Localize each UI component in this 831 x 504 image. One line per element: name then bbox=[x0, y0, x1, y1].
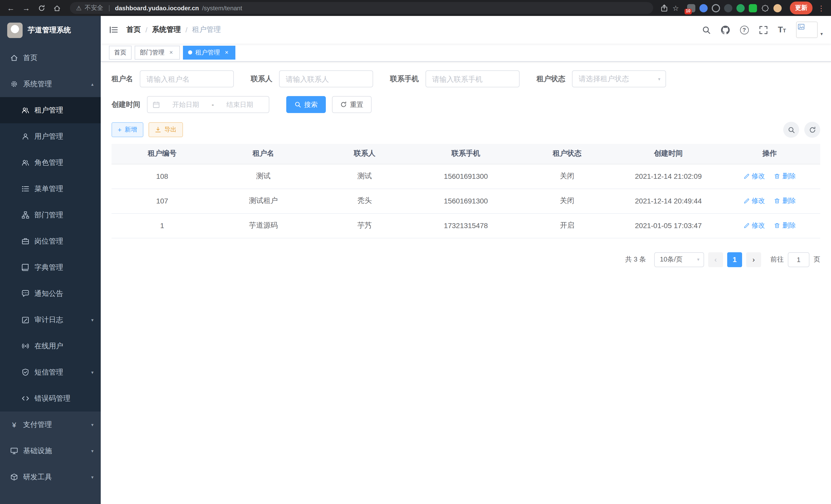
tenant-status-select[interactable]: 请选择租户状态 ▾ bbox=[572, 70, 666, 87]
mobile-input[interactable] bbox=[426, 70, 520, 87]
font-size-icon[interactable]: TT bbox=[778, 26, 786, 34]
delete-link[interactable]: 删除 bbox=[774, 221, 796, 230]
toggle-search-button[interactable] bbox=[783, 122, 799, 138]
gear-icon bbox=[10, 80, 18, 88]
browser-update-button[interactable]: 更新 bbox=[790, 2, 812, 14]
home-icon bbox=[10, 54, 18, 62]
sidebar-item-menu[interactable]: 菜单管理 bbox=[0, 176, 101, 202]
goto-page-input[interactable] bbox=[788, 252, 809, 267]
menu-label: 短信管理 bbox=[34, 367, 63, 377]
page-size-select[interactable]: 10条/页 ▾ bbox=[654, 252, 704, 267]
search-button[interactable]: 搜索 bbox=[286, 96, 326, 113]
refresh-icon bbox=[340, 101, 347, 108]
breadcrumb-home[interactable]: 首页 bbox=[126, 25, 141, 34]
sidebar-item-error-code[interactable]: 错误码管理 bbox=[0, 385, 101, 412]
reload-icon[interactable] bbox=[36, 2, 47, 13]
edit-link[interactable]: 修改 bbox=[743, 196, 765, 206]
browser-home-icon[interactable] bbox=[51, 2, 63, 13]
avatar[interactable] bbox=[796, 22, 818, 38]
share-icon[interactable] bbox=[661, 4, 668, 12]
mobile-label: 联系手机 bbox=[390, 74, 419, 84]
contact-label: 联系人 bbox=[251, 74, 273, 84]
active-tab-dot-icon bbox=[188, 50, 192, 55]
edit-label: 修改 bbox=[752, 221, 765, 230]
refresh-table-button[interactable] bbox=[804, 122, 820, 138]
menu-label: 部门管理 bbox=[34, 210, 63, 219]
back-icon[interactable]: ← bbox=[5, 2, 17, 13]
sidebar-item-dept[interactable]: 部门管理 bbox=[0, 202, 101, 228]
edit-link[interactable]: 修改 bbox=[743, 172, 765, 181]
menu-label: 支付管理 bbox=[23, 420, 52, 429]
tab-label: 租户管理 bbox=[195, 48, 220, 57]
sidebar-item-notice[interactable]: 通知公告 bbox=[0, 280, 101, 307]
avatar-dropdown[interactable]: ▾ bbox=[796, 22, 823, 38]
reset-button-label: 重置 bbox=[350, 100, 363, 109]
extension-icon-green-square[interactable] bbox=[749, 4, 757, 12]
export-button[interactable]: 导出 bbox=[148, 122, 183, 137]
delete-link[interactable]: 删除 bbox=[774, 172, 796, 181]
fullscreen-icon[interactable] bbox=[759, 25, 768, 34]
col-tenant-name: 租户名 bbox=[213, 144, 314, 164]
close-icon[interactable]: × bbox=[168, 49, 175, 56]
extension-icon-dark[interactable] bbox=[724, 4, 732, 12]
extension-icon-blue[interactable] bbox=[699, 4, 708, 12]
security-warning-icon[interactable]: ⚠ bbox=[76, 4, 82, 11]
tab-tenant[interactable]: 租户管理 × bbox=[183, 46, 235, 59]
sidebar-menu: 首页 系统管理 ▴ 租户管理 用户管理 bbox=[0, 45, 101, 504]
delete-link[interactable]: 删除 bbox=[774, 196, 796, 206]
profile-avatar-icon[interactable] bbox=[773, 4, 782, 12]
extensions-puzzle-icon[interactable] bbox=[761, 4, 769, 12]
tenant-name-input[interactable] bbox=[140, 70, 234, 87]
sidebar-item-user[interactable]: 用户管理 bbox=[0, 123, 101, 149]
close-icon[interactable]: × bbox=[223, 49, 230, 56]
menu-label: 在线用户 bbox=[34, 342, 63, 351]
edit-link[interactable]: 修改 bbox=[743, 221, 765, 230]
trash-icon bbox=[774, 173, 780, 179]
search-icon[interactable] bbox=[702, 25, 711, 34]
forward-icon[interactable]: → bbox=[21, 2, 32, 13]
tenant-table: 租户编号 租户名 联系人 联系手机 租户状态 创建时间 操作 108 测试 bbox=[112, 144, 820, 238]
contact-input[interactable] bbox=[279, 70, 373, 87]
extension-icon-green-circle[interactable] bbox=[737, 4, 745, 12]
calendar-icon bbox=[153, 101, 160, 108]
tab-dept[interactable]: 部门管理 × bbox=[135, 46, 180, 59]
main-area: 首页 / 系统管理 / 租户管理 ? TT ▾ bbox=[101, 16, 831, 504]
sidebar-toggle-icon[interactable] bbox=[109, 25, 118, 34]
tab-home[interactable]: 首页 bbox=[109, 46, 132, 59]
browser-menu-icon[interactable]: ⋮ bbox=[816, 4, 826, 12]
filter-mobile: 联系手机 bbox=[390, 70, 520, 87]
sidebar-item-audit-log[interactable]: 审计日志 ▾ bbox=[0, 307, 101, 333]
sidebar-item-post[interactable]: 岗位管理 bbox=[0, 228, 101, 254]
sidebar-item-dict[interactable]: 字典管理 bbox=[0, 254, 101, 280]
sidebar-item-home[interactable]: 首页 bbox=[0, 45, 101, 71]
sidebar-item-system[interactable]: 系统管理 ▴ bbox=[0, 71, 101, 97]
menu-label: 字典管理 bbox=[34, 263, 63, 272]
extension-icon-grid[interactable]: 10 bbox=[687, 4, 695, 12]
sidebar-item-devtools[interactable]: 研发工具 ▾ bbox=[0, 464, 101, 490]
pagination: 共 3 条 10条/页 ▾ ‹ 1 › 前往 页 bbox=[112, 252, 820, 267]
sidebar-item-sms[interactable]: 短信管理 ▾ bbox=[0, 359, 101, 385]
create-time-range-picker[interactable]: 开始日期 - 结束日期 bbox=[147, 96, 269, 113]
sidebar-item-role[interactable]: 角色管理 bbox=[0, 149, 101, 176]
sidebar-item-payment[interactable]: ¥ 支付管理 ▾ bbox=[0, 412, 101, 438]
sidebar-item-tenant[interactable]: 租户管理 bbox=[0, 97, 101, 123]
sidebar-item-infra[interactable]: 基础设施 ▾ bbox=[0, 438, 101, 464]
prev-page-button[interactable]: ‹ bbox=[708, 252, 723, 267]
address-bar[interactable]: ⚠ 不安全 dashboard.yudao.iocoder.cn /system… bbox=[70, 2, 654, 14]
github-icon[interactable] bbox=[721, 25, 729, 34]
pencil-icon bbox=[743, 173, 749, 179]
extension-icon-ring[interactable] bbox=[712, 4, 720, 12]
plus-icon: + bbox=[118, 126, 121, 133]
cell-created: 2021-12-14 20:49:44 bbox=[618, 188, 719, 213]
help-icon[interactable]: ? bbox=[740, 25, 748, 34]
add-button[interactable]: + 新增 bbox=[112, 122, 143, 137]
page-number-button[interactable]: 1 bbox=[727, 252, 742, 267]
shield-icon bbox=[22, 368, 29, 376]
sidebar-item-online-user[interactable]: 在线用户 bbox=[0, 333, 101, 359]
pencil-icon bbox=[743, 223, 749, 229]
bookmark-star-icon[interactable]: ☆ bbox=[672, 4, 679, 12]
next-page-button[interactable]: › bbox=[746, 252, 761, 267]
cell-created: 2021-12-14 21:02:09 bbox=[618, 164, 719, 188]
reset-button[interactable]: 重置 bbox=[332, 96, 372, 113]
breadcrumb-system[interactable]: 系统管理 bbox=[152, 25, 181, 34]
